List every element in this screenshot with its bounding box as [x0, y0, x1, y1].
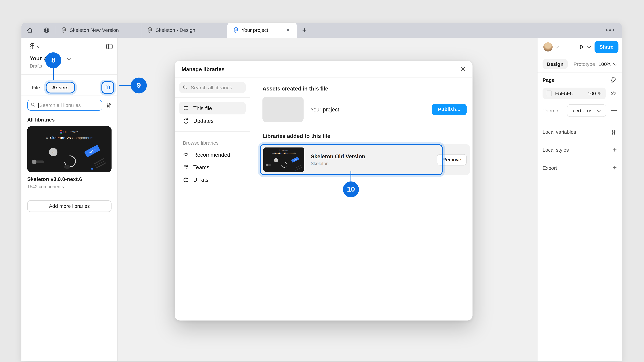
- scissors-chip: ✂: [48, 147, 58, 157]
- assets-search: [27, 100, 102, 111]
- tab-assets[interactable]: Assets: [46, 83, 74, 93]
- zoom-control[interactable]: 100%: [598, 61, 617, 67]
- slider-decoration: [33, 161, 44, 164]
- ellipsis-icon: [613, 29, 614, 31]
- button-chip: Button: [291, 157, 299, 163]
- figma-mini-logo-icon: [60, 130, 62, 135]
- color-swatch[interactable]: [546, 90, 552, 96]
- filter-button[interactable]: [106, 102, 112, 108]
- nav-ui-kits[interactable]: UI kits: [179, 173, 246, 186]
- figma-menu-button[interactable]: [30, 43, 40, 50]
- page-fill-opacity-field[interactable]: 100 %: [578, 88, 606, 99]
- page-styles-button[interactable]: [610, 77, 617, 83]
- chevron-down-icon: [37, 44, 41, 48]
- ellipsis-icon: [609, 29, 611, 31]
- figma-mini-logo-icon: [280, 149, 280, 151]
- search-icon: [30, 102, 36, 108]
- nav-this-file[interactable]: This file: [179, 102, 246, 114]
- tab-label: Your project: [242, 27, 268, 33]
- callout-badge-9: 9: [131, 78, 147, 93]
- nav-recommended[interactable]: Recommended: [179, 148, 246, 161]
- new-tab-button[interactable]: +: [297, 23, 312, 38]
- project-title-menu[interactable]: Your project: [30, 55, 109, 62]
- tab-design[interactable]: Design: [542, 59, 568, 69]
- community-button[interactable]: [38, 23, 55, 38]
- file-thumbnail-placeholder: [262, 97, 304, 122]
- close-icon: [460, 66, 466, 72]
- screen: Skeleton New Version Skeleton - Design Y…: [0, 0, 644, 362]
- export-label: Export: [542, 165, 557, 171]
- remove-library-button[interactable]: Remove: [437, 154, 467, 165]
- skeleton-logo-icon: ☠: [46, 136, 49, 140]
- local-variables-button[interactable]: [610, 129, 617, 135]
- skeleton-logo-icon: ☠: [272, 152, 274, 154]
- tab-skeleton-design[interactable]: Skeleton - Design: [142, 23, 228, 38]
- nav-label: UI kits: [193, 177, 208, 183]
- home-button[interactable]: [22, 23, 38, 38]
- book-icon: [105, 85, 111, 90]
- add-style-button[interactable]: +: [613, 146, 617, 154]
- panel-toggle-button[interactable]: [106, 43, 113, 50]
- library-card[interactable]: UI Kit with ☠Skeleton v3 Components ✂ Bu…: [27, 126, 112, 189]
- chevron-down-icon: [613, 61, 617, 65]
- callout-badge-8: 8: [45, 52, 61, 68]
- libraries-added-heading: Libraries added to this file: [262, 133, 467, 139]
- filter-sliders-icon: [106, 102, 112, 108]
- minus-icon[interactable]: [611, 110, 617, 111]
- visibility-toggle[interactable]: [610, 90, 617, 97]
- library-card-meta: 1542 components: [27, 184, 112, 189]
- percent-sign: %: [598, 90, 602, 96]
- right-panel: Share Design Prototype 100% Page: [537, 38, 622, 361]
- libraries-search: [179, 82, 246, 93]
- avatar[interactable]: [544, 42, 552, 52]
- add-more-libraries-button[interactable]: Add more libraries: [27, 200, 112, 212]
- lightbulb-icon: [183, 151, 189, 158]
- refresh-icon: [183, 117, 189, 124]
- thumb-line2-rest: Components: [284, 152, 296, 154]
- dialog-nav: This file Updates Browse libraries Recom…: [175, 78, 250, 321]
- library-row[interactable]: UI Kit with ☠Skeleton v3 Components ✂ Bu…: [260, 144, 470, 175]
- tab-prototype[interactable]: Prototype: [574, 61, 595, 67]
- eye-icon: [610, 90, 617, 97]
- nav-label: This file: [193, 105, 212, 111]
- close-tab-icon[interactable]: ✕: [286, 28, 290, 33]
- library-row-thumbnail: UI Kit with ☠Skeleton v3 Components ✂ Bu…: [263, 147, 304, 172]
- libraries-search-input[interactable]: [179, 82, 246, 93]
- figma-file-icon: [62, 27, 66, 33]
- add-export-button[interactable]: +: [613, 164, 617, 172]
- dialog-title: Manage libraries: [182, 66, 225, 72]
- publish-button[interactable]: Publish...: [432, 104, 466, 115]
- share-button[interactable]: Share: [594, 41, 618, 53]
- library-row-title: Skeleton Old Version: [311, 153, 365, 160]
- search-icon: [182, 85, 188, 90]
- library-card-title: Skeleton v3.0.0-next.6: [27, 176, 112, 182]
- tab-your-project[interactable]: Your project ✕: [227, 23, 297, 38]
- manage-libraries-dialog: Manage libraries This file: [175, 61, 472, 321]
- divider: [175, 97, 250, 98]
- theme-select[interactable]: cerberus: [567, 104, 606, 117]
- home-icon: [26, 27, 33, 33]
- local-styles-label: Local styles: [542, 147, 569, 153]
- spinner-decoration: [280, 161, 288, 169]
- tab-skeleton-new-version[interactable]: Skeleton New Version: [55, 23, 142, 38]
- dot-decoration: [294, 170, 296, 171]
- ellipsis-icon: [606, 29, 608, 31]
- globe-icon: [43, 27, 50, 33]
- text-caret: [38, 103, 39, 108]
- present-button[interactable]: [578, 43, 585, 50]
- overflow-menu-button[interactable]: [598, 23, 622, 38]
- thumb-line2-strong: Skeleton v3: [274, 152, 284, 154]
- slider-decoration: [266, 164, 272, 166]
- dot-decoration: [91, 168, 93, 170]
- nav-teams[interactable]: Teams: [179, 161, 246, 173]
- open-libraries-button[interactable]: [102, 82, 113, 93]
- tab-file[interactable]: File: [32, 85, 40, 90]
- scissors-chip: ✂: [273, 158, 278, 163]
- chevron-down-icon[interactable]: [554, 44, 559, 48]
- chevron-down-icon[interactable]: [587, 44, 591, 48]
- close-dialog-button[interactable]: [460, 66, 466, 72]
- page-fill-hex-field[interactable]: F5F5F5: [542, 88, 577, 99]
- blob-decoration: [64, 165, 70, 169]
- text-lines-decoration: [94, 157, 107, 169]
- nav-updates[interactable]: Updates: [179, 114, 246, 127]
